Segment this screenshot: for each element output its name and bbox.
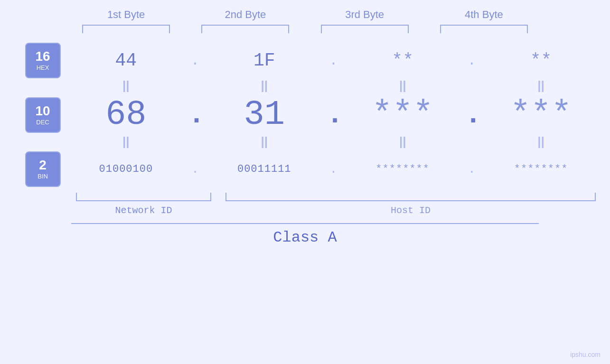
host-id-label-container: Host ID (225, 205, 596, 216)
dec-badge-label: DEC (36, 119, 49, 126)
dec-byte-4: *** (510, 95, 572, 134)
bin-values-inner: 01000100 . 00011111 . ******** . *******… (71, 162, 596, 177)
bottom-brackets-container (14, 193, 596, 201)
dec-badge-number: 10 (35, 104, 50, 118)
main-container: 1st Byte 2nd Byte 3rd Byte 4th Byte 16 H… (0, 0, 610, 364)
bin-byte-3: ******** (375, 163, 430, 175)
hex-byte-1-cell: 44 (78, 50, 173, 71)
bottom-labels-container: Network ID Host ID (14, 205, 596, 216)
bin-byte-3-cell: ******** (355, 163, 450, 175)
dec-row: 10 DEC 68 . 31 . *** . *** (14, 95, 596, 134)
dec-dot-2: . (326, 101, 340, 129)
eq1-b1: || (78, 78, 173, 93)
hex-byte-2-cell: 1F (217, 50, 312, 71)
bin-dot-3: . (465, 162, 479, 177)
dec-values-inner: 68 . 31 . *** . *** (71, 95, 596, 134)
bin-byte-2-cell: 00011111 (217, 163, 312, 175)
bin-badge-number: 2 (39, 159, 47, 172)
bracket-2 (201, 25, 289, 33)
dec-byte-2: 31 (244, 95, 285, 134)
hex-byte-4-cell: ** (494, 50, 589, 71)
bracket-1 (82, 25, 170, 33)
hex-byte-3-cell: ** (355, 50, 450, 71)
hex-badge: 16 HEX (25, 43, 61, 78)
dec-byte-3: *** (372, 95, 433, 134)
bin-row: 2 BIN 01000100 . 00011111 . ******** . * (14, 151, 596, 187)
bin-byte-1: 01000100 (99, 163, 153, 175)
hex-badge-slot: 16 HEX (14, 43, 71, 78)
hex-badge-label: HEX (37, 64, 49, 71)
bin-byte-4-cell: ******** (494, 163, 589, 175)
class-section: Class A (14, 223, 596, 246)
dec-badge-slot: 10 DEC (14, 97, 71, 133)
eq1-b4: || (494, 78, 589, 93)
dec-byte-2-cell: 31 (217, 95, 312, 134)
eq2-b2: || (217, 134, 312, 149)
hex-byte-2: 1F (253, 50, 275, 71)
dec-dot-1: . (188, 101, 202, 129)
dec-byte-1: 68 (105, 95, 146, 134)
byte-header-2: 2nd Byte (198, 9, 293, 21)
network-id-label-container: Network ID (76, 205, 211, 216)
top-brackets-row (0, 25, 610, 33)
class-divider-line (71, 223, 539, 224)
byte-header-1: 1st Byte (79, 9, 174, 21)
bin-dot-2: . (326, 162, 340, 177)
dec-byte-4-cell: *** (494, 95, 589, 134)
hex-dot-1: . (188, 53, 202, 69)
equals-row-1: || || || || (14, 78, 596, 93)
bracket-3 (321, 25, 409, 33)
bin-byte-2: 00011111 (237, 163, 291, 175)
hex-byte-3: ** (392, 50, 413, 71)
hex-dot-3: . (465, 53, 479, 69)
hex-byte-1: 44 (115, 50, 137, 71)
watermark: ipshu.com (570, 351, 601, 358)
equals-row-2: || || || || (14, 134, 596, 149)
host-bracket (225, 193, 596, 201)
byte-header-4: 4th Byte (436, 9, 531, 21)
hex-dot-2: . (326, 53, 340, 69)
class-label: Class A (71, 229, 539, 246)
eq1-b2: || (217, 78, 312, 93)
bin-badge-slot: 2 BIN (14, 151, 71, 187)
bracket-4 (440, 25, 528, 33)
bin-byte-1-cell: 01000100 (78, 163, 173, 175)
hex-row: 16 HEX 44 . 1F . ** . ** (14, 43, 596, 78)
dec-byte-1-cell: 68 (78, 95, 173, 134)
bin-badge-label: BIN (38, 173, 48, 180)
eq2-b3: || (355, 134, 450, 149)
dec-dot-3: . (465, 101, 479, 129)
network-id-label: Network ID (115, 205, 172, 216)
network-bracket (76, 193, 211, 201)
bin-dot-1: . (188, 162, 202, 177)
eq1-b3: || (355, 78, 450, 93)
hex-values-inner: 44 . 1F . ** . ** (71, 50, 596, 71)
byte-headers-row: 1st Byte 2nd Byte 3rd Byte 4th Byte (0, 9, 610, 21)
byte-header-3: 3rd Byte (317, 9, 412, 21)
hex-byte-4: ** (530, 50, 552, 71)
host-id-label: Host ID (391, 205, 431, 216)
bin-byte-4: ******** (514, 163, 568, 175)
eq2-b1: || (78, 134, 173, 149)
eq2-b4: || (494, 134, 589, 149)
dec-badge: 10 DEC (25, 97, 61, 133)
dec-byte-3-cell: *** (355, 95, 450, 134)
bin-badge: 2 BIN (25, 151, 61, 187)
hex-badge-number: 16 (35, 50, 50, 63)
